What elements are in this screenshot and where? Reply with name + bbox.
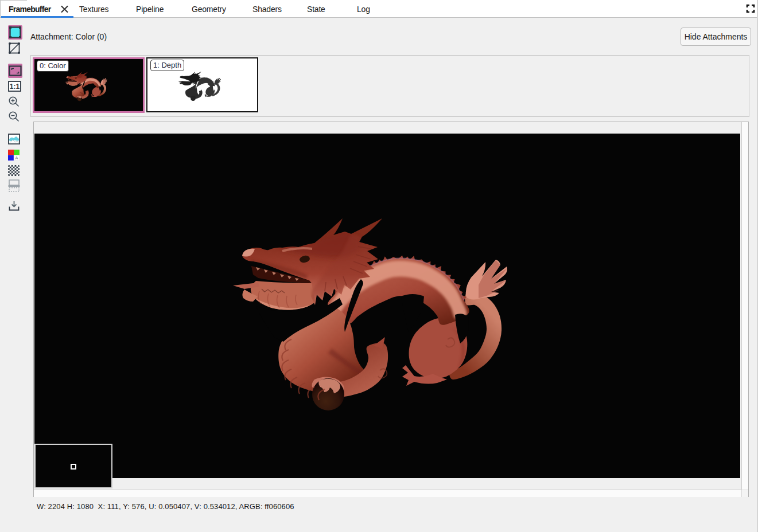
svg-text:1:1: 1:1: [10, 83, 20, 91]
svg-text:A: A: [15, 155, 18, 161]
